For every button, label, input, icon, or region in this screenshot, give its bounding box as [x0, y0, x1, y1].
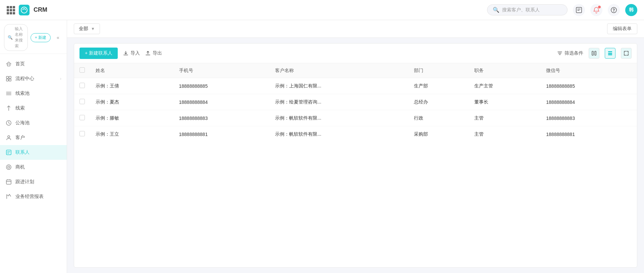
sidebar-item-followup[interactable]: 跟进计划 — [0, 175, 67, 189]
sidebar-item-label: 客户 — [15, 135, 61, 141]
columns-icon — [591, 51, 597, 56]
notification-button[interactable] — [590, 4, 602, 16]
header-checkbox[interactable] — [79, 67, 85, 73]
col-wechat: 微信号 — [541, 63, 637, 78]
row-checkbox-cell — [74, 126, 90, 142]
table-header: 姓名 手机号 客户名称 部门 职务 微信号 — [74, 63, 637, 78]
app-logo — [19, 5, 30, 15]
row-checkbox-cell — [74, 110, 90, 126]
filter-label: 全部 — [79, 26, 88, 32]
table-row[interactable]: 示例：王倩 18888888885 示例：上海国仁有限... 生产部 生产主管 … — [74, 78, 637, 94]
search-placeholder: 搜索客户、联系人 — [502, 7, 540, 13]
col-customer: 客户名称 — [270, 63, 408, 78]
sidebar-item-label: 公海池 — [15, 120, 61, 126]
filter-condition-button[interactable]: 筛选条件 — [557, 50, 583, 56]
cell-customer: 示例：上海国仁有限... — [270, 78, 408, 94]
new-button[interactable]: + 新建 — [31, 33, 51, 42]
cell-department: 总经办 — [409, 94, 469, 110]
list-view-icon — [607, 51, 613, 56]
filter-dropdown[interactable]: 全部 ▼ — [74, 23, 100, 34]
cell-position: 主管 — [469, 126, 541, 142]
chevron-down-icon: ▼ — [91, 26, 95, 31]
edit-table-button[interactable]: 编辑表单 — [607, 23, 637, 34]
table-row[interactable]: 示例：滕敏 18888888883 示例：帆软软件有限... 行政 主管 188… — [74, 110, 637, 126]
sidebar-item-label: 业务经营报表 — [15, 194, 61, 200]
header-row: 姓名 手机号 客户名称 部门 职务 微信号 — [74, 63, 637, 78]
import-button[interactable]: 导入 — [123, 50, 140, 56]
cell-wechat: 18888888881 — [541, 126, 637, 142]
row-checkbox-cell — [74, 78, 90, 94]
search-icon: 🔍 — [493, 7, 499, 13]
cell-customer: 示例：帆软软件有限... — [270, 126, 408, 142]
table-row[interactable]: 示例：夏杰 18888888884 示例：绘夏管理咨询... 总经办 董事长 1… — [74, 94, 637, 110]
row-checkbox-cell — [74, 94, 90, 110]
history-button[interactable] — [573, 4, 585, 16]
svg-point-0 — [21, 7, 27, 13]
list-view-button[interactable] — [605, 48, 615, 59]
sidebar-item-report[interactable]: 业务经营报表 — [0, 189, 67, 204]
sidebar-search-icon: 🔍 — [8, 35, 13, 40]
topbar: CRM 🔍 搜索客户、联系人 韩 — [0, 0, 644, 20]
cell-wechat: 18888888884 — [541, 94, 637, 110]
sidebar-search-bar: 🔍 输入名称来搜索 + 新建 « — [0, 20, 67, 54]
export-icon — [145, 51, 151, 56]
user-avatar[interactable]: 韩 — [625, 4, 637, 16]
cell-phone: 18888888881 — [174, 126, 270, 142]
svg-rect-3 — [7, 64, 10, 66]
table-row[interactable]: 示例：王立 18888888881 示例：帆软软件有限... 采购部 主管 18… — [74, 126, 637, 142]
table-action-right: 筛选条件 — [557, 48, 632, 59]
cell-phone: 18888888883 — [174, 110, 270, 126]
process-icon — [5, 75, 12, 82]
sidebar-item-contact[interactable]: 联系人 — [0, 145, 67, 160]
col-name: 姓名 — [90, 63, 174, 78]
svg-rect-10 — [6, 150, 11, 155]
row-checkbox[interactable] — [79, 115, 85, 120]
cell-name: 示例：王立 — [90, 126, 174, 142]
cell-wechat: 18888888885 — [541, 78, 637, 94]
report-icon — [5, 193, 12, 200]
contact-icon — [5, 149, 12, 156]
sidebar-item-customer[interactable]: 客户 — [0, 130, 67, 145]
svg-point-9 — [8, 136, 10, 138]
table-action-bar: + 新建联系人 导入 导出 — [74, 44, 637, 63]
contacts-table: 姓名 手机号 客户名称 部门 职务 微信号 示例：王倩 18888888885 … — [74, 63, 637, 142]
home-icon — [5, 61, 12, 67]
sidebar-item-clue[interactable]: 线索 — [0, 101, 67, 116]
cell-wechat: 18888888883 — [541, 110, 637, 126]
global-search[interactable]: 🔍 搜索客户、联系人 — [487, 4, 568, 15]
followup-icon — [5, 179, 12, 185]
sidebar-item-clue-pool[interactable]: 线索池 — [0, 86, 67, 101]
customer-icon — [5, 134, 12, 141]
cell-name: 示例：王倩 — [90, 78, 174, 94]
row-checkbox[interactable] — [79, 99, 85, 104]
row-checkbox[interactable] — [79, 83, 85, 88]
svg-point-12 — [8, 166, 10, 168]
sidebar-item-opportunity[interactable]: 商机 — [0, 160, 67, 175]
export-button[interactable]: 导出 — [145, 50, 162, 56]
row-checkbox[interactable] — [79, 131, 85, 136]
sidebar-item-home[interactable]: 首页 — [0, 57, 67, 71]
header-checkbox-cell — [74, 63, 90, 78]
public-pool-icon — [5, 120, 12, 126]
clue-pool-icon — [5, 90, 12, 97]
sidebar-item-process[interactable]: 流程中心 › — [0, 71, 67, 86]
sidebar-search-input[interactable]: 🔍 输入名称来搜索 — [4, 24, 28, 51]
svg-rect-14 — [592, 51, 593, 55]
content-toolbar: 全部 ▼ 编辑表单 — [67, 20, 644, 38]
svg-rect-15 — [595, 51, 596, 55]
nav-arrow-icon: › — [60, 76, 61, 81]
cell-customer: 示例：绘夏管理咨询... — [270, 94, 408, 110]
expand-button[interactable] — [621, 48, 632, 59]
import-icon — [123, 51, 128, 56]
svg-rect-16 — [608, 51, 612, 52]
apps-icon[interactable] — [7, 6, 15, 14]
columns-button[interactable] — [589, 48, 599, 59]
create-contact-button[interactable]: + 新建联系人 — [79, 48, 118, 59]
svg-rect-7 — [9, 79, 11, 81]
sidebar-item-public-pool[interactable]: 公海池 — [0, 116, 67, 130]
data-table: 姓名 手机号 客户名称 部门 职务 微信号 示例：王倩 18888888885 … — [74, 63, 637, 267]
col-department: 部门 — [409, 63, 469, 78]
help-button[interactable] — [608, 4, 620, 16]
filter-cond-label: 筛选条件 — [565, 50, 583, 56]
collapse-button[interactable]: « — [53, 33, 63, 42]
